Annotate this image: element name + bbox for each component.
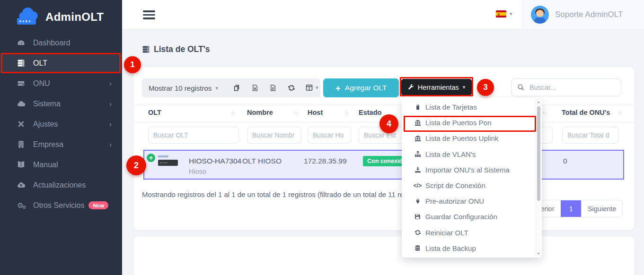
filter-total-onus bbox=[562, 127, 618, 144]
dropdown-scrollbar[interactable]: ▲ ▼ bbox=[536, 99, 541, 257]
annotation-box-step4 bbox=[404, 116, 536, 132]
sidebar-item-ajustes[interactable]: Ajustes › bbox=[0, 114, 122, 134]
sidebar-item-actualizaciones[interactable]: Actualizaciones bbox=[0, 175, 122, 195]
filter-olt-input[interactable] bbox=[148, 127, 239, 144]
table-columns-icon bbox=[306, 84, 313, 91]
hamburger-menu-icon[interactable] bbox=[143, 10, 155, 21]
filter-nombre bbox=[247, 127, 301, 144]
column-header-estado[interactable]: Estado bbox=[359, 109, 381, 116]
sitemap-icon bbox=[414, 151, 421, 157]
chevron-down-icon: ▾ bbox=[510, 11, 512, 17]
server-icon bbox=[142, 45, 150, 53]
chevron-right-icon: › bbox=[109, 140, 112, 148]
row-nombre: OLT HIOSO bbox=[242, 157, 282, 165]
bank-icon bbox=[414, 135, 421, 142]
excel-export-icon[interactable] bbox=[252, 84, 258, 92]
building-icon bbox=[17, 140, 25, 148]
annotation-step-4: 4 bbox=[379, 114, 398, 133]
pagination-page-1[interactable]: 1 bbox=[561, 200, 581, 217]
page-title: Lista de OLT's bbox=[142, 44, 210, 54]
pagination-next[interactable]: Siguiente bbox=[581, 200, 622, 217]
menu-item-lista-backup[interactable]: Lista de Backup bbox=[402, 241, 542, 256]
sidebar-item-label: Dashboard bbox=[33, 39, 70, 47]
language-selector[interactable]: ▾ bbox=[496, 10, 512, 17]
filter-nombre-input[interactable] bbox=[247, 127, 301, 144]
book-icon bbox=[17, 161, 25, 169]
copy-icon[interactable] bbox=[233, 84, 240, 92]
search-input[interactable] bbox=[511, 78, 621, 96]
sidebar-item-empresa[interactable]: Empresa › bbox=[0, 134, 122, 155]
sidebar-item-label: Actualizaciones bbox=[33, 181, 86, 189]
avatar bbox=[531, 6, 549, 24]
sync-icon bbox=[414, 229, 421, 236]
user-name: Soporte AdminOLT bbox=[555, 10, 623, 19]
filter-total-onus-input[interactable] bbox=[562, 127, 618, 144]
sort-icon[interactable]: ↑↓ bbox=[618, 110, 622, 115]
sidebar-item-dashboard[interactable]: Dashboard bbox=[0, 33, 122, 53]
sort-icon[interactable]: ↑↓ bbox=[294, 110, 298, 115]
scroll-down-icon[interactable]: ▼ bbox=[536, 252, 541, 255]
column-visibility-button[interactable]: ▾ bbox=[306, 84, 318, 91]
chevron-down-icon: ▾ bbox=[215, 85, 218, 91]
table-search bbox=[511, 78, 621, 96]
plug-icon bbox=[414, 198, 421, 205]
row-total-onus: 0 bbox=[563, 157, 567, 165]
annotation-box-step1 bbox=[1, 53, 121, 73]
menu-item-reiniciar-olt[interactable]: Reiniciar OLT bbox=[402, 225, 542, 241]
sidebar-item-otros-servicios[interactable]: ⚙⚙ Otros Servicios New bbox=[0, 195, 122, 215]
column-header-total-onus[interactable]: Total de ONU's bbox=[562, 109, 610, 116]
menu-item-script-conexion[interactable]: </> Script de Conexión bbox=[402, 178, 542, 193]
sidebar-item-label: Empresa bbox=[33, 140, 63, 149]
row-olt-brand: Hioso bbox=[189, 168, 206, 175]
sort-icon[interactable]: ↑↓ bbox=[231, 110, 235, 115]
scroll-up-icon[interactable]: ▲ bbox=[536, 100, 541, 103]
menu-item-pre-autorizar-onu[interactable]: Pre-autorizar ONU bbox=[402, 193, 542, 209]
chevron-down-icon: ▾ bbox=[316, 85, 318, 91]
gears-icon: ⚙⚙ bbox=[17, 201, 25, 209]
column-header-host[interactable]: Host bbox=[308, 109, 323, 116]
sidebar-item-label: Otros Servicios bbox=[33, 201, 84, 210]
sidebar-item-label: Sistema bbox=[33, 100, 61, 108]
table-row-selected[interactable]: + HIOSO HIOSO-HA7304 Hioso OLT HIOSO 172… bbox=[143, 150, 624, 180]
column-header-nombre[interactable]: Nombre bbox=[247, 109, 273, 116]
sd-card-icon bbox=[414, 104, 421, 111]
menu-item-lista-vlans[interactable]: Lista de VLAN's bbox=[402, 146, 542, 162]
column-header-olt[interactable]: OLT bbox=[148, 109, 161, 116]
sort-icon[interactable]: ↑↓ bbox=[344, 110, 349, 115]
table-summary: Mostrando registros del 1 al 1 de un tot… bbox=[142, 190, 427, 198]
search-icon bbox=[517, 84, 524, 91]
database-icon bbox=[414, 245, 421, 251]
sidebar-item-label: Ajustes bbox=[33, 120, 58, 129]
annotation-step-1: 1 bbox=[124, 56, 141, 73]
agregar-olt-button[interactable]: + Agregar OLT bbox=[323, 78, 399, 97]
cloud-upload-icon bbox=[17, 181, 25, 189]
code-icon: </> bbox=[414, 182, 421, 189]
download-icon bbox=[414, 166, 421, 173]
sort-icon[interactable]: ↑↓ bbox=[542, 110, 547, 115]
sidebar-item-manual[interactable]: Manual bbox=[0, 155, 122, 175]
menu-item-importar-onus[interactable]: Importar ONU's al Sistema bbox=[402, 162, 542, 178]
app-name: AdminOLT bbox=[45, 10, 104, 24]
chevron-right-icon: › bbox=[109, 120, 112, 128]
app-logo[interactable]: AdminOLT bbox=[17, 7, 104, 27]
chevron-right-icon: › bbox=[109, 79, 112, 87]
user-menu[interactable]: Soporte AdminOLT bbox=[522, 0, 644, 29]
spain-flag-icon bbox=[496, 10, 506, 17]
sidebar-item-sistema[interactable]: Sistema › bbox=[0, 94, 122, 114]
server-icon bbox=[17, 79, 25, 87]
sidebar-item-label: ONU bbox=[33, 79, 50, 88]
filter-host-input[interactable] bbox=[308, 127, 351, 144]
sidebar-item-onu[interactable]: ONU › bbox=[0, 73, 122, 94]
menu-item-lista-puertos-uplink[interactable]: Lista de Puertos Uplink bbox=[402, 130, 542, 146]
sidebar: AdminOLT Dashboard OLT ONU › bbox=[0, 0, 122, 275]
show-entries-select[interactable]: Mostrar 10 registros▾ bbox=[149, 78, 218, 97]
menu-item-lista-tarjetas[interactable]: Lista de Tarjetas bbox=[402, 99, 542, 115]
scrollbar-thumb[interactable] bbox=[537, 106, 540, 201]
divider bbox=[133, 105, 635, 105]
file-export-icon[interactable] bbox=[270, 84, 276, 92]
plus-icon: + bbox=[335, 84, 341, 93]
filter-olt bbox=[148, 127, 239, 144]
expand-row-icon[interactable]: + bbox=[147, 154, 155, 162]
refresh-icon[interactable] bbox=[288, 84, 295, 92]
menu-item-guardar-configuracion[interactable]: Guardar Configuración bbox=[402, 209, 542, 224]
